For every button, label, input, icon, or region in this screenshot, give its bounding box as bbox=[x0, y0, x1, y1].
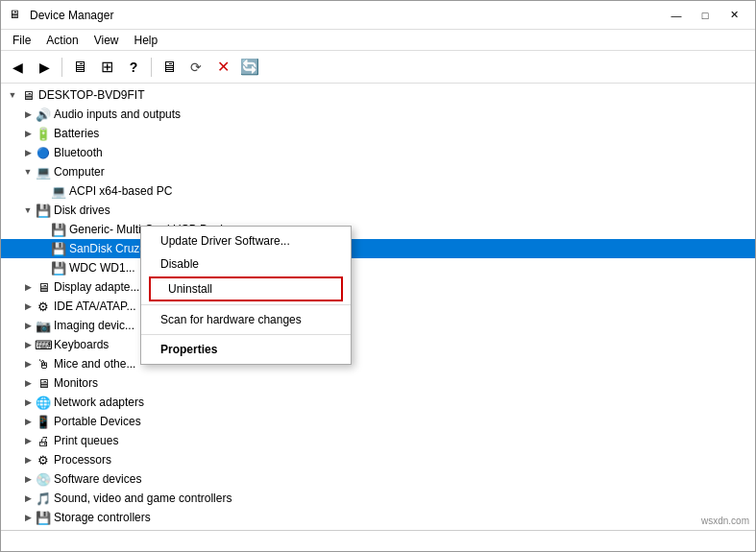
portable-label: Portable Devices bbox=[54, 415, 141, 428]
tree-panel[interactable]: ▼ 🖥 DESKTOP-BVD9FIT ▶ 🔊 Audio inputs and… bbox=[1, 84, 755, 530]
menu-file[interactable]: File bbox=[5, 32, 38, 49]
close-button[interactable]: ✕ bbox=[720, 6, 747, 25]
sound-label: Sound, video and game controllers bbox=[54, 492, 232, 505]
minimize-button[interactable]: — bbox=[663, 6, 690, 25]
toolbar-computer[interactable]: 🖥 bbox=[67, 55, 92, 80]
toolbar-sep-2 bbox=[151, 58, 152, 77]
system-expand[interactable]: ▶ bbox=[20, 529, 36, 530]
network-label: Network adapters bbox=[54, 396, 144, 409]
ctx-sep-1 bbox=[141, 304, 351, 305]
processors-icon: ⚙ bbox=[36, 452, 51, 468]
toolbar-update[interactable]: ⟳ bbox=[183, 55, 208, 80]
tree-item-computer[interactable]: ▼ 💻 Computer bbox=[1, 162, 755, 181]
batteries-label: Batteries bbox=[54, 127, 99, 140]
processors-label: Processors bbox=[54, 453, 111, 467]
tree-item-keyboards[interactable]: ▶ ⌨ Keyboards bbox=[1, 335, 755, 354]
toolbar: ◀ ▶ 🖥 ⊞ ? 🖥 ⟳ ✕ 🔄 bbox=[1, 51, 755, 84]
content-area: ▼ 🖥 DESKTOP-BVD9FIT ▶ 🔊 Audio inputs and… bbox=[1, 84, 755, 530]
ctx-properties[interactable]: Properties bbox=[141, 338, 351, 361]
tree-item-system[interactable]: ▶ ⚙ System devices bbox=[1, 527, 755, 530]
monitors-expand[interactable]: ▶ bbox=[20, 375, 36, 391]
processors-expand[interactable]: ▶ bbox=[20, 452, 36, 468]
toolbar-scan[interactable]: 🔄 bbox=[237, 55, 262, 80]
ctx-update-driver[interactable]: Update Driver Software... bbox=[141, 229, 351, 252]
display-expand[interactable]: ▶ bbox=[20, 279, 36, 295]
toolbar-device[interactable]: 🖥 bbox=[157, 55, 182, 80]
tree-item-acpi[interactable]: 💻 ACPI x64-based PC bbox=[1, 181, 755, 201]
tree-item-wdc[interactable]: 💾 WDC WD1... bbox=[1, 258, 755, 277]
portable-expand[interactable]: ▶ bbox=[20, 414, 36, 429]
window-icon: 🖥 bbox=[9, 8, 24, 23]
wdc-expand bbox=[36, 260, 51, 276]
computer-icon: 💻 bbox=[36, 164, 51, 180]
sandisk-icon: 💾 bbox=[51, 241, 66, 256]
bluetooth-label: Bluetooth bbox=[54, 146, 103, 159]
tree-root[interactable]: ▼ 🖥 DESKTOP-BVD9FIT bbox=[1, 85, 755, 105]
menu-help[interactable]: Help bbox=[127, 32, 166, 49]
tree-item-sound[interactable]: ▶ 🎵 Sound, video and game controllers bbox=[1, 489, 755, 508]
audio-icon: 🔊 bbox=[36, 107, 51, 122]
toolbar-list[interactable]: ⊞ bbox=[94, 55, 119, 80]
toolbar-forward[interactable]: ▶ bbox=[32, 55, 57, 80]
tree-item-audio[interactable]: ▶ 🔊 Audio inputs and outputs bbox=[1, 105, 755, 124]
menu-action[interactable]: Action bbox=[38, 32, 85, 49]
menu-view[interactable]: View bbox=[86, 32, 127, 49]
ctx-sep-2 bbox=[141, 334, 351, 335]
portable-icon: 📱 bbox=[36, 414, 51, 429]
sound-icon: 🎵 bbox=[36, 491, 51, 506]
tree-item-monitors[interactable]: ▶ 🖥 Monitors bbox=[1, 373, 755, 393]
tree-item-bluetooth[interactable]: ▶ 🔵 Bluetooth bbox=[1, 143, 755, 162]
network-icon: 🌐 bbox=[36, 395, 51, 410]
wdc-label: WDC WD1... bbox=[69, 261, 135, 275]
tree-item-network[interactable]: ▶ 🌐 Network adapters bbox=[1, 393, 755, 412]
keyboards-icon: ⌨ bbox=[36, 337, 51, 352]
software-expand[interactable]: ▶ bbox=[20, 471, 36, 487]
tree-item-storage[interactable]: ▶ 💾 Storage controllers bbox=[1, 508, 755, 527]
imaging-label: Imaging devic... bbox=[54, 319, 134, 332]
sound-expand[interactable]: ▶ bbox=[20, 491, 36, 506]
system-icon: ⚙ bbox=[36, 529, 51, 530]
maximize-button[interactable]: □ bbox=[692, 6, 719, 25]
tree-item-generic[interactable]: 💾 Generic- Multi-Card USB Device bbox=[1, 220, 755, 239]
tree-item-diskdrives[interactable]: ▼ 💾 Disk drives bbox=[1, 201, 755, 220]
toolbar-back[interactable]: ◀ bbox=[5, 55, 30, 80]
tree-item-processors[interactable]: ▶ ⚙ Processors bbox=[1, 450, 755, 469]
diskdrives-label: Disk drives bbox=[54, 204, 110, 217]
monitors-label: Monitors bbox=[54, 376, 98, 390]
storage-expand[interactable]: ▶ bbox=[20, 510, 36, 525]
ctx-disable[interactable]: Disable bbox=[141, 252, 351, 276]
bluetooth-expand[interactable]: ▶ bbox=[20, 145, 36, 160]
ctx-uninstall-box: Uninstall bbox=[149, 276, 343, 301]
print-icon: 🖨 bbox=[36, 433, 51, 448]
toolbar-help[interactable]: ? bbox=[121, 55, 146, 80]
tree-item-portable[interactable]: ▶ 📱 Portable Devices bbox=[1, 412, 755, 431]
tree-item-print[interactable]: ▶ 🖨 Print queues bbox=[1, 431, 755, 450]
root-expand[interactable]: ▼ bbox=[5, 87, 20, 103]
computer-expand[interactable]: ▼ bbox=[20, 164, 36, 180]
status-bar bbox=[1, 530, 755, 551]
ctx-scan[interactable]: Scan for hardware changes bbox=[141, 308, 351, 331]
tree-item-sandisk[interactable]: 💾 SanDisk Cruzer Force USB Device bbox=[1, 239, 755, 258]
tree-item-ide[interactable]: ▶ ⚙ IDE ATA/ATAP... bbox=[1, 297, 755, 316]
tree-item-software[interactable]: ▶ 💿 Software devices bbox=[1, 469, 755, 489]
keyboards-label: Keyboards bbox=[54, 338, 109, 351]
tree-item-imaging[interactable]: ▶ 📷 Imaging devic... bbox=[1, 316, 755, 335]
watermark: wsxdn.com bbox=[701, 516, 749, 526]
tree-item-batteries[interactable]: ▶ 🔋 Batteries bbox=[1, 124, 755, 143]
diskdrives-icon: 💾 bbox=[36, 203, 51, 218]
audio-expand[interactable]: ▶ bbox=[20, 107, 36, 122]
wdc-icon: 💾 bbox=[51, 260, 66, 276]
window-title: Device Manager bbox=[30, 9, 663, 22]
toolbar-remove[interactable]: ✕ bbox=[210, 55, 235, 80]
imaging-icon: 📷 bbox=[36, 318, 51, 333]
ctx-uninstall[interactable]: Uninstall bbox=[151, 278, 341, 300]
print-expand[interactable]: ▶ bbox=[20, 433, 36, 448]
imaging-expand[interactable]: ▶ bbox=[20, 318, 36, 333]
mice-expand[interactable]: ▶ bbox=[20, 356, 36, 372]
ide-expand[interactable]: ▶ bbox=[20, 299, 36, 314]
tree-item-display[interactable]: ▶ 🖥 Display adapte... bbox=[1, 277, 755, 297]
diskdrives-expand[interactable]: ▼ bbox=[20, 203, 36, 218]
batteries-expand[interactable]: ▶ bbox=[20, 126, 36, 141]
network-expand[interactable]: ▶ bbox=[20, 395, 36, 410]
tree-item-mice[interactable]: ▶ 🖱 Mice and othe... bbox=[1, 354, 755, 373]
